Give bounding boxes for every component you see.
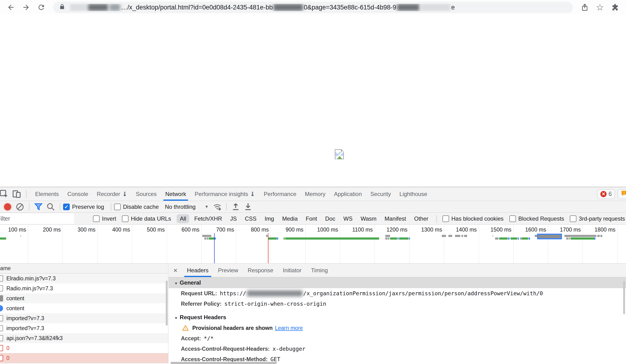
timeline-gridline: [236, 225, 236, 263]
extensions-puzzle-icon[interactable]: [610, 2, 620, 13]
name-column-header: Name: [0, 265, 11, 272]
filter-input[interactable]: Filter: [0, 214, 74, 224]
address-bar[interactable]: …/x_desktop/portal.html?id=0e0d08d4-2435…: [53, 2, 573, 13]
reload-icon[interactable]: [36, 2, 46, 13]
type-chip-js[interactable]: JS: [227, 214, 240, 223]
detail-tab-initiator[interactable]: Initiator: [278, 263, 306, 277]
network-filter-bar: Filter Invert Hide data URLs AllFetch/XH…: [0, 213, 626, 225]
tab-recorder[interactable]: Recorder: [92, 187, 132, 201]
referrer-policy-value: strict-origin-when-cross-origin: [224, 301, 326, 307]
timeline-gridline: [548, 225, 548, 263]
type-chip-ws[interactable]: WS: [340, 214, 356, 223]
request-row[interactable]: content: [0, 303, 168, 313]
script-file-icon: [0, 335, 3, 341]
devtools-left-icons: [0, 189, 23, 199]
type-chip-img[interactable]: Img: [262, 214, 277, 223]
type-chip-font[interactable]: Font: [303, 214, 320, 223]
tab-performance[interactable]: Performance: [259, 187, 300, 201]
tab-lighthouse[interactable]: Lighthouse: [395, 187, 431, 201]
selected-request-bar[interactable]: [537, 234, 562, 239]
has-blocked-cookies-label[interactable]: Has blocked cookies: [451, 216, 504, 222]
blocked-requests-label[interactable]: Blocked Requests: [518, 216, 564, 222]
request-row[interactable]: api.json?v=7.3&lfi24fk3: [0, 333, 168, 343]
third-party-label[interactable]: 3rd-party requests: [579, 216, 625, 222]
timeline-bar: [566, 237, 568, 240]
network-conditions-icon[interactable]: [212, 202, 222, 212]
tab-label: Elements: [35, 191, 59, 197]
preserve-log-label[interactable]: Preserve log: [72, 204, 104, 210]
console-errors-badge[interactable]: ✕ 6: [597, 189, 615, 199]
type-chip-all[interactable]: All: [177, 214, 189, 223]
device-toolbar-icon[interactable]: [12, 189, 22, 199]
tab-security[interactable]: Security: [366, 187, 395, 201]
request-row-partial[interactable]: [0, 363, 168, 364]
throttling-dropdown[interactable]: No throttling ▼: [165, 204, 208, 210]
hide-data-urls-label[interactable]: Hide data URLs: [131, 216, 171, 222]
type-chip-fetch-xhr[interactable]: Fetch/XHR: [191, 214, 225, 223]
header-value: GET: [270, 356, 280, 362]
import-har-icon[interactable]: [231, 202, 240, 212]
type-chip-manifest[interactable]: Manifest: [382, 214, 409, 223]
forward-icon[interactable]: [21, 2, 31, 13]
tab-network[interactable]: Network: [161, 187, 190, 201]
request-row[interactable]: Elradio.min.js?v=7.3: [0, 273, 168, 283]
export-har-icon[interactable]: [243, 202, 253, 212]
type-chip-other[interactable]: Other: [411, 214, 431, 223]
close-icon[interactable]: ×: [173, 266, 178, 274]
tab-elements[interactable]: Elements: [31, 187, 63, 201]
tab-sources[interactable]: Sources: [132, 187, 161, 201]
record-network-log-icon[interactable]: [3, 202, 12, 212]
back-icon[interactable]: [6, 2, 16, 13]
detail-tab-response[interactable]: Response: [243, 263, 278, 277]
request-name: content: [6, 305, 24, 312]
timeline-tick-label: 1000 ms: [317, 226, 340, 233]
disable-cache-label[interactable]: Disable cache: [123, 204, 159, 210]
url-segment: e: [451, 4, 455, 11]
request-list-scrollbar[interactable]: [166, 281, 168, 326]
third-party-checkbox[interactable]: [570, 216, 576, 222]
type-chip-css[interactable]: CSS: [242, 214, 260, 223]
svg-text:!: !: [185, 327, 186, 330]
request-row[interactable]: imported?v=7.3: [0, 313, 168, 323]
tab-memory[interactable]: Memory: [301, 187, 330, 201]
disable-cache-checkbox[interactable]: [114, 204, 121, 210]
request-headers-section-header[interactable]: ▼Request Headers: [169, 312, 626, 323]
detail-tab-timing[interactable]: Timing: [306, 263, 332, 277]
learn-more-link[interactable]: Learn more: [275, 325, 303, 331]
bookmark-star-icon[interactable]: ☆: [595, 2, 605, 13]
network-overview-timeline[interactable]: 100 ms200 ms300 ms400 ms500 ms600 ms700 …: [0, 225, 626, 263]
invert-checkbox[interactable]: [93, 216, 100, 222]
invert-label[interactable]: Invert: [102, 216, 116, 222]
timeline-tick-label: 400 ms: [112, 226, 132, 233]
issues-badge[interactable]: ! 1: [618, 189, 626, 199]
detail-tab-headers[interactable]: Headers: [182, 263, 213, 277]
timeline-gridline: [167, 225, 167, 263]
hide-data-urls-checkbox[interactable]: [122, 216, 128, 222]
clear-network-log-icon[interactable]: [15, 202, 25, 212]
tab-performance-insights[interactable]: Performance insights: [190, 187, 259, 201]
detail-tab-preview[interactable]: Preview: [213, 263, 243, 277]
type-chip-media[interactable]: Media: [279, 214, 301, 223]
request-row[interactable]: content: [0, 293, 168, 303]
type-chip-doc[interactable]: Doc: [322, 214, 338, 223]
detail-vertical-scrollbar[interactable]: [623, 281, 625, 314]
search-icon[interactable]: [46, 202, 55, 212]
general-section-header[interactable]: ▼General: [169, 277, 626, 288]
preserve-log-checkbox[interactable]: ✓: [63, 204, 70, 210]
filter-icon[interactable]: [34, 202, 43, 212]
share-icon[interactable]: [580, 2, 590, 13]
request-row[interactable]: 0: [0, 343, 168, 353]
request-row[interactable]: Radio.min.js?v=7.3: [0, 283, 168, 293]
type-chip-wasm[interactable]: Wasm: [357, 214, 380, 223]
request-list-header[interactable]: Name: [0, 263, 168, 273]
tab-application[interactable]: Application: [330, 187, 366, 201]
request-row[interactable]: 0: [0, 353, 168, 363]
request-row[interactable]: imported?v=7.3: [0, 323, 168, 333]
tab-console[interactable]: Console: [63, 187, 92, 201]
blocked-requests-checkbox[interactable]: [509, 216, 516, 222]
detail-horizontal-scrollbar[interactable]: [170, 362, 277, 364]
timeline-gridline: [617, 225, 618, 263]
inspect-element-icon[interactable]: [0, 189, 9, 199]
tab-label: Network: [165, 191, 186, 197]
has-blocked-cookies-checkbox[interactable]: [442, 216, 449, 222]
